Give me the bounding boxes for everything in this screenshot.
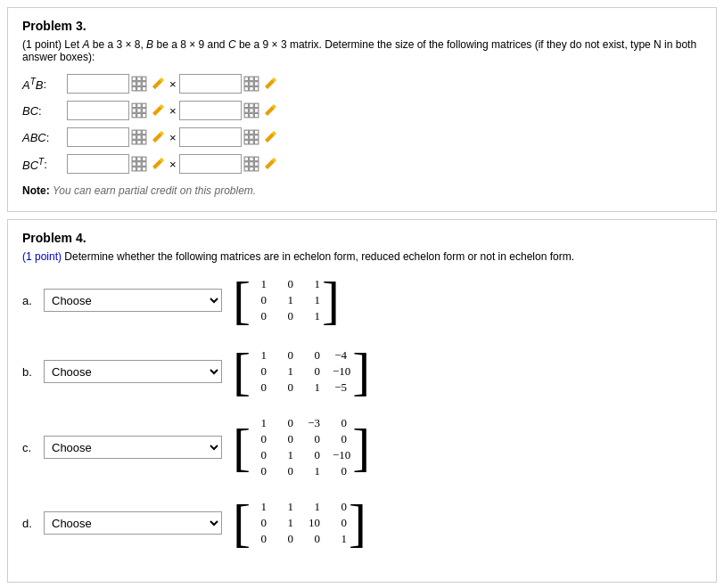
matrix-row-d1: 1 1 1 0 [252,500,347,514]
svg-rect-67 [244,162,249,167]
part-d-matrix: [ 1 1 1 0 0 1 10 0 0 [233,496,366,550]
svg-rect-1 [137,77,142,81]
svg-rect-15 [254,82,259,86]
part-d-label: d. [22,517,40,530]
svg-rect-43 [132,140,136,144]
grid-icon-atb1[interactable] [131,76,147,92]
svg-rect-70 [244,167,249,171]
grid-icon-bct2[interactable] [243,156,259,172]
pencil-icon-bct1[interactable] [151,156,167,172]
abc-row: ABC: × [22,127,702,147]
svg-rect-64 [244,157,249,161]
matrix-content-d: 1 1 1 0 0 1 10 0 0 0 0 1 [252,500,347,546]
matrix-content-a: 1 0 1 0 1 1 0 0 1 [252,277,320,323]
pencil-icon-atb1[interactable] [151,76,167,92]
svg-rect-45 [142,140,146,144]
svg-rect-8 [142,86,146,91]
bc-input2[interactable] [179,101,242,120]
grid-icon-bc1[interactable] [131,102,147,118]
part-b-label: b. [22,365,40,379]
svg-rect-20 [137,103,142,108]
matrix-row-b3: 0 0 1 −5 [252,380,350,395]
bc-row: BC: × [22,101,702,120]
abc-input1[interactable] [67,127,129,147]
svg-rect-16 [244,86,249,91]
svg-rect-44 [137,140,142,144]
matrix-row-d2: 0 1 10 0 [252,516,347,530]
svg-rect-69 [254,162,259,167]
pencil-icon-bc1[interactable] [151,102,167,118]
svg-rect-39 [142,130,146,135]
pencil-icon-abc1[interactable] [151,129,167,145]
svg-rect-5 [142,82,146,86]
pencil-icon-abc2[interactable] [263,129,279,145]
svg-rect-54 [254,140,259,144]
svg-rect-50 [249,135,253,140]
bc-label: BC: [22,104,67,118]
matrix-row-a1: 1 0 1 [252,277,320,291]
pencil-icon-bc2[interactable] [263,102,279,118]
grid-icon-bc2[interactable] [243,102,259,118]
svg-rect-12 [254,77,259,81]
matrix-content-c: 1 0 −3 0 0 0 0 0 0 1 0 − [252,416,350,478]
atb-input2[interactable] [179,74,242,94]
part-d-row: d. Choose echelon form reduced echelon f… [22,496,702,550]
times-bc: × [169,104,177,118]
matrix-row-a2: 0 1 1 [252,293,320,307]
svg-rect-27 [142,113,146,118]
svg-rect-4 [137,82,142,86]
svg-rect-31 [244,109,249,113]
abc-input2[interactable] [179,127,242,147]
svg-rect-3 [132,82,136,86]
svg-rect-6 [132,86,136,91]
svg-rect-32 [249,109,253,113]
svg-rect-30 [254,103,259,108]
matrix-row-c3: 0 1 0 −10 [252,448,350,462]
part-b-row: b. Choose echelon form reduced echelon f… [22,345,702,398]
problem3-block: Problem 3. (1 point) Let A be a 3 × 8, B… [7,7,717,212]
bracket-right-a: ] [322,274,340,327]
svg-rect-29 [249,103,253,108]
svg-rect-10 [244,77,249,81]
pencil-icon-atb2[interactable] [263,76,279,92]
svg-rect-47 [249,130,253,135]
bc-input1[interactable] [67,101,129,120]
grid-icon-bct1[interactable] [131,156,147,172]
svg-rect-0 [132,77,136,81]
grid-icon-atb2[interactable] [243,76,259,92]
svg-rect-17 [249,86,253,91]
part-d-select[interactable]: Choose echelon form reduced echelon form… [44,511,222,535]
grid-icon-abc1[interactable] [131,129,147,145]
svg-rect-49 [244,135,249,140]
svg-rect-61 [132,167,136,171]
pencil-icon-bct2[interactable] [263,156,279,172]
part-a-matrix: [ 1 0 1 0 1 1 0 0 1 [233,274,340,327]
atb-label: ATB: [22,76,67,91]
bracket-right-d: ] [349,496,366,550]
svg-rect-18 [254,86,259,91]
svg-rect-53 [249,140,253,144]
part-c-select[interactable]: Choose echelon form reduced echelon form… [44,436,222,459]
part-c-row: c. Choose echelon form reduced echelon f… [22,416,702,478]
svg-rect-22 [132,109,136,113]
svg-rect-13 [244,82,249,86]
bracket-left-b: [ [233,345,251,398]
part-b-matrix: [ 1 0 0 −4 0 1 0 −10 0 [233,345,370,398]
svg-rect-23 [137,109,142,113]
part-b-select[interactable]: Choose echelon form reduced echelon form… [44,360,222,383]
problem3-title: Problem 3. [22,19,702,33]
atb-input1[interactable] [67,74,129,94]
bracket-right-c: ] [352,421,370,474]
matrix-row-c2: 0 0 0 0 [252,432,350,446]
svg-rect-26 [137,113,142,118]
problem4-desc: (1 point) Determine whether the followin… [22,250,702,263]
svg-rect-33 [254,109,259,113]
part-a-select[interactable]: Choose echelon form reduced echelon form… [44,289,222,312]
grid-icon-abc2[interactable] [243,129,259,145]
bct-input2[interactable] [179,154,242,174]
bct-input1[interactable] [67,154,129,174]
svg-rect-36 [254,113,259,118]
svg-rect-40 [132,135,136,140]
part-c-matrix: [ 1 0 −3 0 0 0 0 0 0 [233,416,370,478]
bracket-left-d: [ [233,496,251,550]
